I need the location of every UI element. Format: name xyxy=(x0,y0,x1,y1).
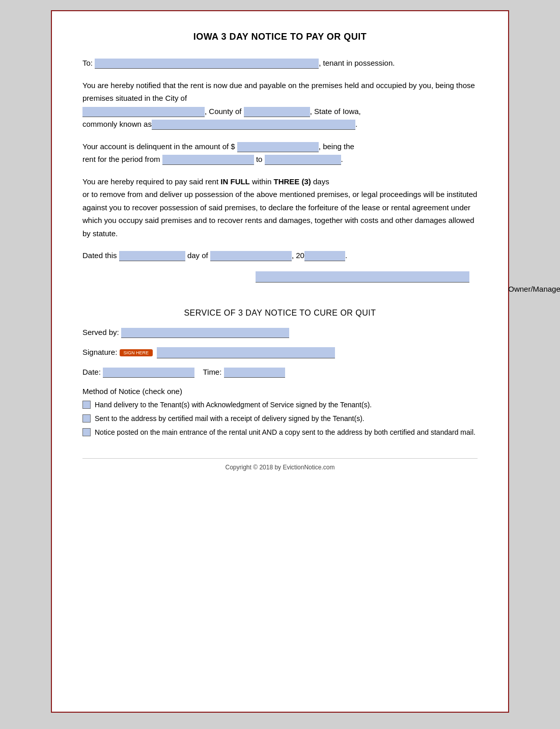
checkbox-1[interactable] xyxy=(82,401,91,409)
county-field[interactable] xyxy=(244,107,310,117)
county-of-text: , County of xyxy=(205,107,242,116)
tenant-suffix: , tenant in possession. xyxy=(319,59,395,67)
checkbox-item-1: Hand delivery to the Tenant(s) with Ackn… xyxy=(82,400,478,410)
checkbox-2[interactable] xyxy=(82,414,91,423)
state-of-text: , State of Iowa, xyxy=(310,107,361,116)
sign-here-icon[interactable]: SIGN HERE xyxy=(120,349,153,356)
to-word: to xyxy=(256,155,263,163)
amount-field[interactable] xyxy=(237,142,319,152)
being-the-text: , being the xyxy=(319,142,354,151)
dated-section: Dated this day of , 20. xyxy=(82,249,478,262)
service-title: SERVICE OF 3 DAY NOTICE TO CURE OR QUIT xyxy=(82,309,478,318)
three-3-text: THREE (3) xyxy=(274,177,311,186)
copyright-text: Copyright © 2018 by EvictionNotice.com xyxy=(82,458,478,471)
comma-20: , 20 xyxy=(292,251,304,260)
signature-field[interactable] xyxy=(157,347,335,358)
year-field[interactable] xyxy=(304,251,345,261)
checkbox-3[interactable] xyxy=(82,428,91,436)
owner-manager-label: Owner/Manager xyxy=(429,285,560,293)
three-days-para2: or to remove from and deliver up possess… xyxy=(82,190,477,238)
known-as-field[interactable] xyxy=(152,120,355,130)
owner-sig-line[interactable] xyxy=(256,271,469,283)
period1: . xyxy=(355,120,357,128)
checkbox2-text: Sent to the address by certified mail wi… xyxy=(95,413,365,424)
served-by-row: Served by: xyxy=(82,328,478,338)
method-label: Method of Notice (check one) xyxy=(82,387,478,396)
period-to-field[interactable] xyxy=(265,155,341,165)
time-label: Time: xyxy=(203,368,221,376)
month-field[interactable] xyxy=(210,251,292,261)
time-field[interactable] xyxy=(224,368,285,378)
served-by-label: Served by: xyxy=(82,328,119,337)
period3: . xyxy=(345,251,347,260)
account-para-text: Your account is delinquent in the amount… xyxy=(82,142,235,151)
three-days-section: You are hereby required to pay said rent… xyxy=(82,175,478,240)
required-text: You are hereby required to pay said rent xyxy=(82,177,218,186)
day-field[interactable] xyxy=(119,251,185,261)
document-page: IOWA 3 DAY NOTICE TO PAY OR QUIT To: , t… xyxy=(51,10,509,713)
commonly-known-label: commonly known as xyxy=(82,120,152,128)
tenant-name-field[interactable] xyxy=(95,59,319,69)
document-title: IOWA 3 DAY NOTICE TO PAY OR QUIT xyxy=(82,32,478,42)
signature-block: Owner/Manager xyxy=(256,271,478,293)
checkbox3-text: Notice posted on the main entrance of th… xyxy=(95,427,475,438)
within-text: within xyxy=(252,177,271,186)
rent-period-text: rent for the period from xyxy=(82,155,160,163)
method-section: Method of Notice (check one) Hand delive… xyxy=(82,387,478,438)
days-text: days xyxy=(313,177,329,186)
to-section: To: , tenant in possession. xyxy=(82,57,478,70)
signature-label: Signature: xyxy=(82,348,117,356)
signature-row: Signature: SIGN HERE xyxy=(82,347,478,358)
date-label: Date: xyxy=(82,368,101,376)
dated-this-label: Dated this xyxy=(82,251,117,260)
premises-section: You are hereby notified that the rent is… xyxy=(82,79,478,131)
para1-text: You are hereby notified that the rent is… xyxy=(82,81,475,103)
date-field[interactable] xyxy=(103,368,194,378)
checkbox1-text: Hand delivery to the Tenant(s) with Ackn… xyxy=(95,400,372,410)
period-from-field[interactable] xyxy=(162,155,254,165)
to-label: To: xyxy=(82,59,93,67)
checkbox-item-2: Sent to the address by certified mail wi… xyxy=(82,413,478,424)
period2: . xyxy=(341,155,343,163)
day-of-label: day of xyxy=(187,251,208,260)
amount-section: Your account is delinquent in the amount… xyxy=(82,140,478,166)
served-by-field[interactable] xyxy=(121,328,289,338)
date-time-row: Date: Time: xyxy=(82,368,478,378)
city-field[interactable] xyxy=(82,107,205,117)
checkbox-item-3: Notice posted on the main entrance of th… xyxy=(82,427,478,438)
in-full-text: IN FULL xyxy=(220,177,250,186)
